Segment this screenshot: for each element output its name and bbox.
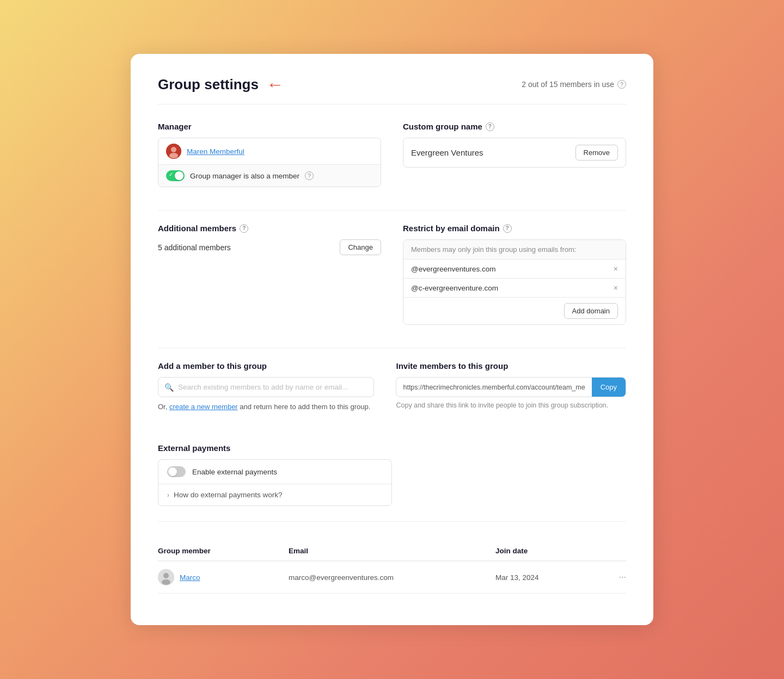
invite-hint: Copy and share this link to invite peopl… (396, 402, 626, 409)
col-join-date: Join date (495, 547, 604, 555)
enable-external-payments-row: Enable external payments (158, 460, 391, 484)
remove-custom-name-button[interactable]: Remove (575, 145, 618, 161)
external-payments-label: External payments (158, 443, 626, 453)
col-member: Group member (158, 547, 289, 555)
member-actions-menu[interactable]: ··· (604, 572, 626, 582)
page-header: Group settings ← 2 out of 15 members in … (158, 76, 626, 104)
member-name-link[interactable]: Marco (180, 573, 200, 582)
svg-point-4 (163, 573, 169, 578)
domain-row-2: @c-evergreenventure.com × (403, 279, 626, 298)
section-divider-1 (158, 210, 626, 211)
manager-name-link[interactable]: Maren Memberful (187, 147, 244, 156)
change-members-button[interactable]: Change (340, 239, 381, 255)
copy-invite-link-button[interactable]: Copy (592, 378, 626, 397)
additional-members-help-icon[interactable]: ? (240, 224, 248, 233)
faq-chevron-icon: › (167, 491, 169, 499)
external-payments-faq-row[interactable]: › How do external payments work? (158, 484, 391, 505)
title-group: Group settings ← (158, 76, 284, 93)
manager-also-row: ✓ Group manager is also a member ? (158, 165, 381, 187)
restrict-email-box: Members may only join this group using e… (403, 239, 626, 325)
add-domain-button[interactable]: Add domain (564, 303, 618, 319)
table-row: Marco marco@evergreenventures.com Mar 13… (158, 561, 626, 594)
manager-box: Maren Memberful ✓ Group manager is also … (158, 138, 381, 187)
custom-group-name-value: Evergreen Ventures (411, 148, 575, 157)
svg-point-1 (171, 147, 176, 152)
restrict-email-help-icon[interactable]: ? (503, 224, 512, 233)
custom-group-name-help-icon[interactable]: ? (486, 122, 494, 131)
bottom-section: Add a member to this group 🔍 Or, create … (158, 361, 626, 428)
invite-section: Invite members to this group https://the… (396, 361, 626, 411)
table-header: Group member Email Join date (158, 541, 626, 561)
toggle-check-icon: ✓ (169, 172, 173, 177)
top-section: Manager Maren Memberful ✓ (158, 122, 626, 205)
member-email: marco@evergreenventures.com (289, 573, 495, 582)
manager-section: Manager Maren Memberful ✓ (158, 122, 381, 187)
manager-also-member-toggle[interactable]: ✓ (166, 170, 185, 181)
custom-group-name-section: Custom group name ? Evergreen Ventures R… (403, 122, 626, 187)
also-member-help-icon[interactable]: ? (305, 171, 314, 180)
additional-members-row: 5 additional members Change (158, 239, 381, 255)
member-avatar (158, 569, 174, 585)
section-divider-3 (158, 521, 626, 522)
middle-section: Additional members ? 5 additional member… (158, 224, 626, 342)
additional-members-section: Additional members ? 5 additional member… (158, 224, 381, 325)
members-table: Group member Email Join date Marco marco… (158, 541, 626, 594)
restrict-email-label: Restrict by email domain ? (403, 224, 626, 233)
invite-label: Invite members to this group (396, 361, 626, 371)
back-arrow-icon[interactable]: ← (266, 76, 284, 93)
add-member-section: Add a member to this group 🔍 Or, create … (158, 361, 374, 411)
create-member-hint: Or, create a new member and return here … (158, 403, 374, 411)
manager-label: Manager (158, 122, 381, 131)
col-email: Email (289, 547, 495, 555)
restrict-hint: Members may only join this group using e… (403, 240, 626, 260)
search-member-input[interactable] (158, 377, 374, 397)
members-in-use: 2 out of 15 members in use ? (522, 80, 626, 89)
create-new-member-link[interactable]: create a new member (169, 403, 238, 411)
col-actions (604, 547, 626, 555)
additional-members-label: Additional members ? (158, 224, 381, 233)
custom-group-name-label: Custom group name ? (403, 122, 626, 131)
invite-link-text: https://thecrimechronicles.memberful.com… (396, 378, 591, 397)
svg-point-2 (169, 153, 178, 158)
member-cell: Marco (158, 569, 289, 585)
add-member-label: Add a member to this group (158, 361, 374, 371)
svg-point-5 (162, 579, 170, 585)
manager-avatar (166, 144, 181, 159)
section-divider-2 (158, 348, 626, 348)
invite-link-row: https://thecrimechronicles.memberful.com… (396, 377, 626, 397)
external-payments-box: Enable external payments › How do extern… (158, 459, 392, 506)
remove-domain-2-button[interactable]: × (614, 283, 618, 292)
search-icon: 🔍 (164, 383, 174, 392)
external-payments-toggle[interactable] (167, 466, 186, 477)
additional-members-count: 5 additional members (158, 243, 231, 252)
custom-group-name-row: Evergreen Ventures Remove (403, 138, 626, 168)
member-join-date: Mar 13, 2024 (495, 573, 604, 582)
restrict-email-section: Restrict by email domain ? Members may o… (403, 224, 626, 325)
search-input-wrapper: 🔍 (158, 377, 374, 397)
remove-domain-1-button[interactable]: × (614, 264, 618, 273)
domain-row-1: @evergreenventures.com × (403, 260, 626, 279)
external-payments-section: External payments Enable external paymen… (158, 443, 626, 506)
manager-name-row: Maren Memberful (158, 138, 381, 165)
members-in-use-help-icon[interactable]: ? (617, 80, 626, 89)
page-title: Group settings (158, 76, 259, 93)
add-domain-row: Add domain (403, 298, 626, 324)
